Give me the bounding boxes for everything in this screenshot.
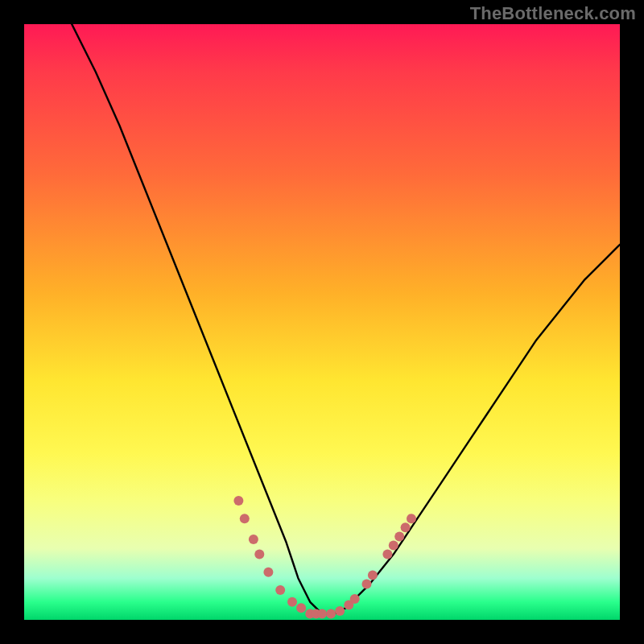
chart-frame: TheBottleneck.com: [0, 0, 644, 644]
highlight-dots: [233, 496, 416, 619]
highlight-dot: [335, 606, 345, 616]
highlight-dot: [350, 594, 360, 604]
curve-layer: [24, 24, 620, 620]
highlight-dot: [389, 541, 398, 551]
highlight-dot: [368, 571, 378, 580]
highlight-dot: [249, 535, 258, 544]
highlight-dot: [394, 531, 404, 541]
highlight-dot: [296, 603, 306, 613]
highlight-dot: [326, 609, 336, 619]
plot-area: [24, 24, 620, 620]
highlight-dot: [401, 522, 411, 532]
highlight-dot: [382, 550, 392, 559]
bottleneck-curve: [72, 24, 620, 614]
highlight-dot: [362, 580, 372, 589]
highlight-dot: [233, 496, 243, 506]
highlight-dot: [240, 514, 250, 523]
highlight-dot: [317, 609, 327, 619]
highlight-dot: [287, 597, 297, 607]
highlight-dot: [254, 550, 264, 559]
highlight-dot: [275, 585, 285, 595]
highlight-dot: [263, 568, 273, 577]
watermark-text: TheBottleneck.com: [470, 3, 636, 24]
highlight-dot: [407, 514, 416, 523]
